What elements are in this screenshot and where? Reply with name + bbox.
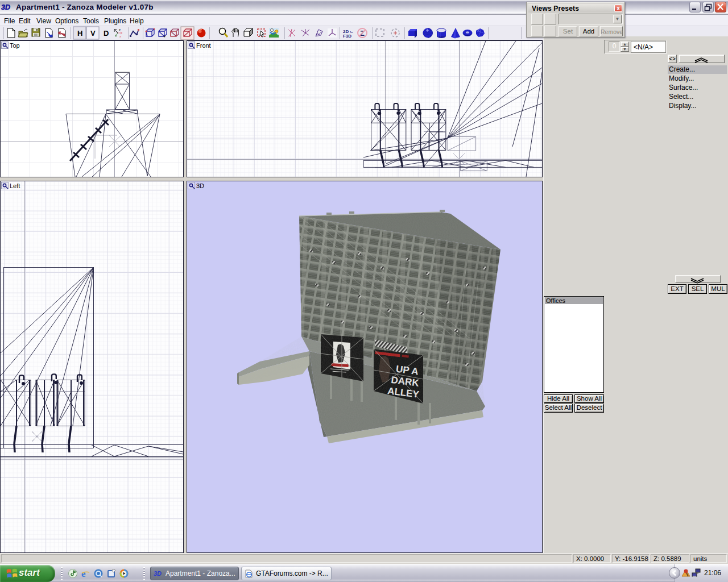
svg-text:x: x [119, 35, 121, 38]
svg-text:⌙: ⌙ [350, 30, 353, 34]
svg-text:3D: 3D [154, 570, 162, 577]
svg-text:D: D [104, 29, 109, 38]
svg-text:3D: 3D [1, 3, 10, 11]
svg-text:F3D: F3D [343, 34, 351, 39]
svg-text:V: V [90, 29, 96, 38]
svg-text:e: e [81, 569, 86, 578]
svg-text:H: H [77, 29, 82, 38]
svg-text:z: z [119, 28, 121, 31]
